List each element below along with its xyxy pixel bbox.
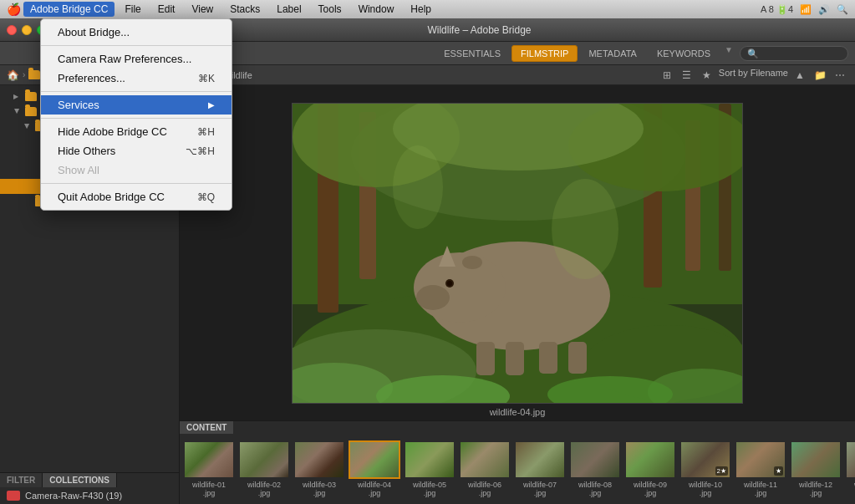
volume-icon: 🔊 xyxy=(818,4,830,15)
menu-bar-status: A 8 🔋4 📶 🔊 🔍 xyxy=(761,4,848,15)
svg-point-19 xyxy=(447,281,452,286)
tab-essentials[interactable]: ESSENTIALS xyxy=(435,45,510,62)
folder-icon-trainsimple xyxy=(28,70,40,79)
hide-bridge-shortcut: ⌘H xyxy=(197,126,215,138)
menu-adobe-bridge[interactable]: Adobe Bridge CC xyxy=(23,2,115,17)
svg-rect-24 xyxy=(568,342,587,374)
tab-filmstrip[interactable]: FILMSTRIP xyxy=(511,45,578,62)
apple-menu-icon[interactable]: 🍎 xyxy=(7,3,20,16)
thumb-name-7: wildlife-07.jpg xyxy=(523,481,557,497)
thumb-name-11: wildlife-11.jpg xyxy=(744,481,777,497)
menu-edit[interactable]: Edit xyxy=(151,2,182,17)
filmstrip: CONTENT wildlife-01.jpg wildlife-02.jpg … xyxy=(180,420,855,504)
workspace-tabs: ESSENTIALS FILMSTRIP METADATA KEYWORDS ▼ xyxy=(435,45,733,62)
application-menu-dropdown: About Bridge... Camera Raw Preferences..… xyxy=(40,18,232,211)
thumb-name-2: wildlife-02.jpg xyxy=(247,481,281,497)
tab-metadata[interactable]: METADATA xyxy=(579,45,645,62)
collection-icon xyxy=(7,491,20,501)
thumb-name-12: wildlife-12.jpg xyxy=(799,481,832,497)
sidebar-tab-filter[interactable]: FILTER xyxy=(0,473,43,487)
thumbnail-8[interactable]: wildlife-08.jpg xyxy=(569,440,621,497)
star-filter-icon[interactable]: ★ xyxy=(699,68,715,83)
home-icon: 🏠 xyxy=(7,69,19,81)
sidebar-bottom-tabs: FILTER COLLECTIONS xyxy=(0,473,179,487)
list-view-icon[interactable]: ☰ xyxy=(679,68,695,83)
svg-point-17 xyxy=(462,256,482,269)
menu-file[interactable]: File xyxy=(118,2,147,17)
thumb-name-9: wildlife-09.jpg xyxy=(634,481,667,497)
thumbnail-4[interactable]: wildlife-04.jpg xyxy=(349,440,400,497)
menu-quit-bridge[interactable]: Quit Adobe Bridge CC ⌘Q xyxy=(41,187,232,206)
menu-tools[interactable]: Tools xyxy=(312,2,349,17)
thumbnail-12[interactable]: wildlife-12.jpg xyxy=(790,440,842,497)
preview-filename: wildlife-04.jpg xyxy=(490,407,546,417)
thumbnail-13[interactable]: 2★ wildlife-13.jpg xyxy=(845,440,855,497)
svg-rect-23 xyxy=(539,342,557,374)
sidebar-bottom: FILTER COLLECTIONS Camera-Raw-F430 (19) xyxy=(0,472,179,504)
svg-rect-21 xyxy=(476,342,495,375)
svg-rect-22 xyxy=(506,342,524,375)
folder-icon-music xyxy=(25,92,37,101)
hide-others-label: Hide Others xyxy=(58,145,115,157)
menu-label[interactable]: Label xyxy=(270,2,308,17)
menu-about-bridge[interactable]: About Bridge... xyxy=(41,23,232,42)
thumbnail-1[interactable]: wildlife-01.jpg xyxy=(183,440,235,497)
svg-point-29 xyxy=(552,179,618,279)
quit-label: Quit Adobe Bridge CC xyxy=(58,191,165,203)
tab-keywords[interactable]: KEYWORDS xyxy=(648,45,720,62)
sort-label[interactable]: Sort by Filename xyxy=(719,68,788,83)
minimize-button[interactable] xyxy=(22,25,32,35)
grid-view-icon[interactable]: ⊞ xyxy=(659,68,675,83)
preview-svg xyxy=(293,104,743,404)
menu-separator-3 xyxy=(41,118,232,119)
menu-services[interactable]: Services ▶ xyxy=(41,95,232,115)
thumb-name-4: wildlife-04.jpg xyxy=(358,481,391,497)
menu-window[interactable]: Window xyxy=(352,2,401,17)
thumb-name-8: wildlife-08.jpg xyxy=(578,481,612,497)
menu-preferences[interactable]: Preferences... ⌘K xyxy=(41,69,232,88)
filmstrip-label: CONTENT xyxy=(180,421,233,434)
thumbnail-11[interactable]: ★ wildlife-11.jpg xyxy=(735,440,786,497)
star-badge-10: 2★ xyxy=(715,466,728,476)
sidebar-tab-collections[interactable]: COLLECTIONS xyxy=(43,473,117,487)
keywords-dropdown-icon[interactable]: ▼ xyxy=(725,45,733,62)
clock: 🔍 xyxy=(837,4,848,15)
menu-hide-bridge[interactable]: Hide Adobe Bridge CC ⌘H xyxy=(41,122,232,141)
more-options-icon[interactable]: ⋯ xyxy=(832,68,848,83)
menu-separator-4 xyxy=(41,183,232,184)
thumbnail-10[interactable]: 2★ wildlife-10.jpg xyxy=(679,440,731,497)
close-button[interactable] xyxy=(7,25,17,35)
sort-direction-icon[interactable]: ▲ xyxy=(791,68,808,83)
thumb-name-6: wildlife-06.jpg xyxy=(468,481,501,497)
breadcrumb-actions: ⊞ ☰ ★ Sort by Filename ▲ 📁 ⋯ xyxy=(659,68,848,83)
thumbnail-2[interactable]: wildlife-02.jpg xyxy=(238,440,290,497)
breadcrumb-sep-0: › xyxy=(23,70,25,79)
thumbnail-9[interactable]: wildlife-09.jpg xyxy=(624,440,676,497)
search-input[interactable] xyxy=(740,46,848,61)
preview-area: REVIEW xyxy=(180,85,855,420)
preferences-label: Preferences... xyxy=(58,72,125,84)
thumb-name-10: wildlife-10.jpg xyxy=(689,481,722,497)
thumbnail-6[interactable]: wildlife-06.jpg xyxy=(459,440,511,497)
filmstrip-scroll: wildlife-01.jpg wildlife-02.jpg wildlife… xyxy=(180,421,855,504)
submenu-arrow-icon: ▶ xyxy=(208,100,215,109)
thumb-name-3: wildlife-03.jpg xyxy=(303,481,336,497)
thumbnail-3[interactable]: wildlife-03.jpg xyxy=(293,440,345,497)
wifi-icon: 📶 xyxy=(800,4,812,15)
menu-camera-raw-prefs[interactable]: Camera Raw Preferences... xyxy=(41,49,232,69)
star-badge-11: ★ xyxy=(774,466,783,476)
svg-point-30 xyxy=(393,145,443,229)
collection-item-camera-raw[interactable]: Camera-Raw-F430 (19) xyxy=(0,487,179,504)
thumbnail-7[interactable]: wildlife-07.jpg xyxy=(514,440,566,497)
thumbnail-5[interactable]: wildlife-05.jpg xyxy=(404,440,455,497)
menu-help[interactable]: Help xyxy=(404,2,438,17)
battery-icon: A 8 🔋4 xyxy=(761,4,793,15)
folder-options-icon[interactable]: 📁 xyxy=(812,68,828,83)
show-all-label: Show All xyxy=(58,164,99,176)
menu-hide-others[interactable]: Hide Others ⌥⌘H xyxy=(41,141,232,160)
quit-shortcut: ⌘Q xyxy=(197,191,215,203)
tree-arrow-music: ▶ xyxy=(13,93,20,100)
menu-view[interactable]: View xyxy=(185,2,220,17)
menu-stacks[interactable]: Stacks xyxy=(223,2,267,17)
thumb-name-1: wildlife-01.jpg xyxy=(192,481,226,497)
